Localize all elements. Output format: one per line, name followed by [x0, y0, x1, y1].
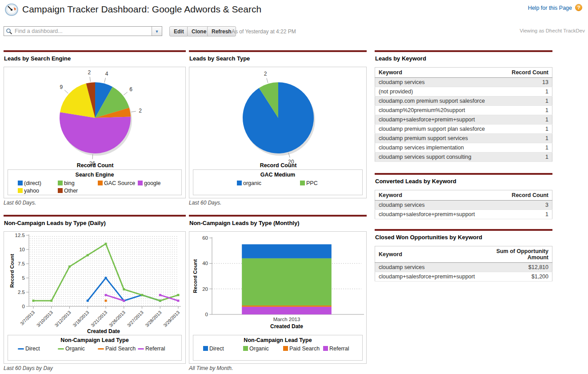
legend-item-google: google — [138, 180, 161, 186]
panel-footer: Last 60 Days. — [189, 200, 367, 206]
help-icon[interactable]: ? — [575, 4, 582, 11]
bar-segment-Referral[interactable] — [242, 307, 332, 314]
slice-value-label: 4 — [105, 71, 108, 77]
legend-swatch — [58, 181, 63, 185]
svg-text:12.5: 12.5 — [15, 233, 25, 238]
legend-label: Organic — [65, 346, 85, 352]
report-table-closed-won: KeywordSum of Opportunity Amountcloudamp… — [375, 246, 552, 282]
slice-label-line — [104, 78, 106, 83]
legend-swatch — [18, 188, 23, 193]
keyword-cell: (not provided) — [375, 87, 503, 97]
x-tick-label: 3/26/2013 — [108, 310, 127, 328]
keyword-cell: cloudamp services — [375, 263, 479, 272]
help-link[interactable]: Help for this Page — [528, 5, 572, 11]
value-cell: 1 — [503, 125, 552, 134]
x-tick-label: 3/10/2013 — [36, 310, 54, 328]
value-cell: $1,200 — [478, 272, 552, 282]
legend-title: Non-Campaign Lead Type — [193, 337, 362, 343]
legend-label: PPC — [306, 180, 318, 186]
chart-area: 02.557.51012.53/7/20133/10/20133/12/2013… — [4, 231, 186, 364]
chart-area: 202Record Count GAC MediumorganicPPC — [189, 67, 367, 198]
table-row[interactable]: cloudamp services$12,810 — [375, 263, 552, 272]
legend-label: GAC Source — [104, 180, 135, 186]
legend-swatch — [243, 346, 248, 351]
legend-item-yahoo: yahoo — [18, 188, 39, 194]
legend-label: Other — [64, 188, 78, 194]
legend-item-Paid Search: Paid Search — [283, 346, 320, 352]
legend-item-(direct): (direct) — [18, 180, 41, 186]
value-cell: 1 — [503, 143, 552, 153]
panel-closed-won-opps: Closed Won Opportunities by Keyword Keyw… — [375, 229, 552, 282]
x-tick-label: 3/7/2013 — [19, 310, 36, 326]
bar-chart-monthly-leads: 0204060March 2013Created DateRecord Coun… — [191, 234, 365, 330]
bar-segment-Organic[interactable] — [242, 258, 332, 306]
panel-leads-by-search-engine: Leads by Search Engine 4622692Record Cou… — [4, 50, 186, 206]
legend-label: Referral — [329, 346, 349, 352]
data-point-Paid Search[interactable] — [105, 300, 107, 302]
edit-button[interactable]: Edit — [169, 26, 188, 36]
panel-title: Leads by Search Engine — [4, 55, 186, 62]
legend-label: bing — [64, 180, 75, 186]
table-row[interactable]: cloudamp premium support services1 — [375, 134, 552, 143]
table-row[interactable]: cloudamp+salesforce+premim+support$1,200 — [375, 272, 552, 282]
chart-legend: Non-Campaign Lead TypeDirectOrganicPaid … — [8, 335, 182, 361]
chart-area: 4622692Record Count Search Engine(direct… — [4, 67, 186, 198]
legend-item-GAC Source: GAC Source — [98, 180, 135, 186]
table-row[interactable]: cloudamp%20premium%20support1 — [375, 106, 552, 115]
legend-item-Referral: Referral — [138, 346, 165, 352]
pie-value-axis-label: Record Count — [77, 162, 114, 169]
table-header-cell: Keyword — [375, 246, 479, 263]
legend-label: yahoo — [24, 188, 39, 194]
x-tick-label: 3/27/2013 — [126, 310, 144, 328]
pie-slice-google[interactable] — [60, 112, 131, 153]
keyword-cell: cloudamp+salesforce+premim+support — [375, 210, 500, 219]
panel-title: Leads by Search Type — [189, 55, 367, 62]
table-row[interactable]: cloudamp services3 — [375, 201, 552, 210]
legend-item-Organic: Organic — [243, 346, 269, 352]
legend-label: Paid Search — [105, 346, 136, 352]
table-row[interactable]: cloudamp.com premium support salesforce1 — [375, 97, 552, 106]
legend-swatch — [98, 181, 103, 185]
svg-text:0: 0 — [22, 304, 25, 309]
panel-converted-leads: Converted Leads by Keyword KeywordRecord… — [375, 173, 552, 219]
svg-text:20: 20 — [202, 286, 208, 292]
keyword-cell: cloudamp services support consulting — [375, 153, 503, 162]
table-row[interactable]: cloudamp+salesforce+premim+support1 — [375, 210, 552, 219]
bar-segment-Paid Search[interactable] — [242, 306, 332, 307]
legend-swatch — [18, 181, 23, 185]
panel-footer: All Time by Month. — [189, 365, 367, 371]
table-row[interactable]: cloudamp services13 — [375, 78, 552, 87]
pie-slice-organic[interactable] — [243, 82, 314, 153]
slice-value-label: 2 — [88, 69, 91, 76]
bar-segment-Direct[interactable] — [242, 244, 332, 258]
search-input[interactable] — [14, 27, 150, 35]
as-of-timestamp: As of Yesterday at 4:22 PM — [232, 28, 296, 35]
legend-label: Paid Search — [289, 346, 320, 352]
legend-item-PPC: PPC — [300, 180, 318, 186]
table-row[interactable]: cloudamp+salesforce+premim+support1 — [375, 115, 552, 125]
table-row[interactable]: cloudamp services implementation1 — [375, 143, 552, 153]
legend-title: Search Engine — [8, 172, 181, 178]
slice-value-label: 6 — [129, 86, 132, 92]
x-axis-label: Created Date — [87, 328, 120, 334]
panel-non-campaign-monthly: Non-Campaign Leads by Type (Monthly) 020… — [189, 215, 367, 371]
keyword-cell: cloudamp services — [375, 78, 503, 87]
slice-value-label: 2 — [139, 108, 142, 114]
dashboard-search-combobox: ▼ — [4, 26, 162, 36]
pie-value-axis-label: Record Count — [260, 162, 297, 169]
table-row[interactable]: (not provided)1 — [375, 87, 552, 97]
legend-swatch — [58, 348, 64, 350]
keyword-cell: cloudamp%20premium%20support — [375, 106, 503, 115]
table-row[interactable]: cloudamp premium support plan salesforce… — [375, 125, 552, 134]
legend-label: Direct — [209, 346, 224, 352]
dropdown-button[interactable]: ▼ — [152, 27, 162, 36]
table-row[interactable]: cloudamp services support consulting1 — [375, 153, 552, 162]
chart-legend: Non-Campaign Lead TypeDirectOrganicPaid … — [193, 335, 363, 361]
search-icon — [6, 28, 12, 35]
legend-label: (direct) — [24, 180, 41, 186]
legend-label: Referral — [145, 346, 165, 352]
report-table-converted-leads: KeywordRecord Countcloudamp services3clo… — [375, 190, 552, 219]
table-header-cell: Record Count — [503, 68, 552, 78]
pie-chart-search-engine: 4622692Record Count — [8, 67, 181, 169]
svg-text:2.5: 2.5 — [18, 290, 25, 295]
